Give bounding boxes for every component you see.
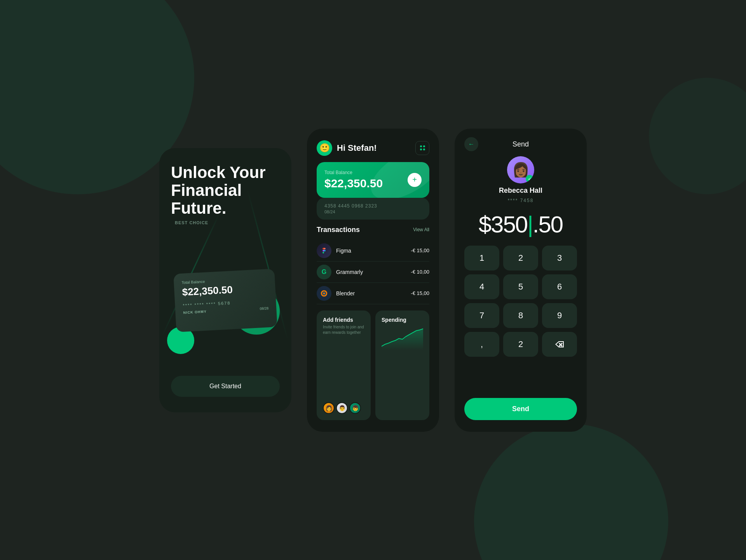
user-avatar: 🙂 <box>317 140 332 156</box>
key-8[interactable]: 8 <box>503 303 538 328</box>
blender-icon <box>317 286 331 301</box>
add-friends-title: Add friends <box>323 317 364 323</box>
transactions-list: Figma -€ 15,00 G Grammarly -€ 10,00 <box>317 240 429 304</box>
key-2[interactable]: 2 <box>503 246 538 270</box>
card-details: 4358 4445 0968 2323 08/24 <box>317 198 429 220</box>
key-5[interactable]: 5 <box>503 274 538 299</box>
greeting-text: Hi Stefan! <box>337 143 377 153</box>
card-holder-name: NICK OHMY <box>183 309 207 314</box>
recipient-avatar: 👩🏾 ↙ <box>507 156 534 183</box>
key-6[interactable]: 6 <box>542 274 577 299</box>
spending-chart <box>382 327 423 350</box>
add-card-button[interactable]: + <box>408 173 422 187</box>
key-backspace[interactable] <box>542 332 577 357</box>
transaction-blender-amount: -€ 15,00 <box>411 290 429 296</box>
get-started-button[interactable]: Get Started <box>171 376 280 397</box>
add-friends-description: Invite friends to join and earn rewards … <box>323 324 364 335</box>
add-friends-card[interactable]: Add friends Invite friends to join and e… <box>317 311 371 420</box>
card-behind-number: 4358 4445 0968 2323 <box>324 203 422 209</box>
key-9[interactable]: 9 <box>542 303 577 328</box>
friend-avatar-3: 👦 <box>349 402 361 414</box>
screen1-title-area: Unlock Your Financial Future. BEST CHOIC… <box>171 164 280 225</box>
friend-avatar-1: 👩 <box>323 402 335 414</box>
key-0[interactable]: 2 <box>503 332 538 357</box>
bottom-cards: Add friends Invite friends to join and e… <box>317 311 429 420</box>
transactions-header: Transactions View All <box>317 226 429 234</box>
onboarding-title: Unlock Your Financial Future. <box>171 164 280 218</box>
recipient-verified-badge: ↙ <box>526 175 533 183</box>
friends-avatars: 👩 👨 👦 <box>323 402 364 414</box>
send-title: Send <box>512 140 529 148</box>
send-header: ← Send <box>464 140 577 148</box>
keypad: 1 2 3 4 5 6 7 8 9 , 2 <box>464 246 577 357</box>
key-comma[interactable]: , <box>464 332 499 357</box>
amount-value: $350|.50 <box>479 211 563 237</box>
key-7[interactable]: 7 <box>464 303 499 328</box>
transaction-grammarly-amount: -€ 10,00 <box>411 269 429 275</box>
card-behind-expiry: 08/24 <box>324 209 422 214</box>
amount-cursor: | <box>527 211 533 237</box>
back-button[interactable]: ← <box>464 137 478 151</box>
screens-container: Unlock Your Financial Future. BEST CHOIC… <box>159 129 587 432</box>
key-3[interactable]: 3 <box>542 246 577 270</box>
card-number: **** **** **** 5678 <box>183 298 268 307</box>
amount-main: $350 <box>479 211 527 237</box>
amount-display: $350|.50 <box>464 211 577 238</box>
screen1-onboarding: Unlock Your Financial Future. BEST CHOIC… <box>159 148 291 412</box>
recipient-area: 👩🏾 ↙ Rebecca Hall **** 7458 <box>464 156 577 203</box>
onboarding-subtitle: BEST CHOICE <box>175 220 280 225</box>
balance-card: Total Balance $22,350.50 + <box>317 162 429 198</box>
card-balance: $22,350.50 <box>182 282 268 298</box>
recipient-card-number: **** 7458 <box>508 198 534 203</box>
amount-decimal: .50 <box>533 211 563 237</box>
card-expiry: 08/28 <box>260 306 268 311</box>
transaction-figma: Figma -€ 15,00 <box>317 240 429 262</box>
screen2-dashboard: 🙂 Hi Stefan! Total Balance $22,350.50 + … <box>307 129 439 432</box>
transaction-grammarly-name: Grammarly <box>336 269 363 275</box>
key-4[interactable]: 4 <box>464 274 499 299</box>
spending-card: Spending <box>375 311 429 420</box>
recipient-name: Rebecca Hall <box>499 187 542 195</box>
balance-card-stack: Total Balance $22,350.50 + 4358 4445 096… <box>317 162 429 220</box>
transaction-grammarly: G Grammarly -€ 10,00 <box>317 262 429 283</box>
send-button[interactable]: Send <box>464 398 577 420</box>
view-all-button[interactable]: View All <box>413 227 429 232</box>
grammarly-icon: G <box>317 265 331 279</box>
transaction-blender-name: Blender <box>336 290 355 297</box>
dashboard-header: 🙂 Hi Stefan! <box>317 140 429 156</box>
svg-point-2 <box>323 292 325 294</box>
transaction-figma-name: Figma <box>336 248 351 254</box>
screen1-card-area: Total Balance $22,350.50 **** **** **** … <box>167 233 284 368</box>
menu-dots-button[interactable] <box>415 141 429 155</box>
transactions-title: Transactions <box>317 226 360 234</box>
transaction-blender: Blender -€ 15,00 <box>317 283 429 304</box>
key-1[interactable]: 1 <box>464 246 499 270</box>
figma-icon <box>317 243 331 258</box>
screen3-send: ← Send 👩🏾 ↙ Rebecca Hall **** 7458 $350|… <box>455 129 587 432</box>
transaction-figma-amount: -€ 15,00 <box>411 248 429 253</box>
friend-avatar-2: 👨 <box>336 402 348 414</box>
onboarding-card: Total Balance $22,350.50 **** **** **** … <box>173 269 277 332</box>
spending-title: Spending <box>382 317 423 323</box>
